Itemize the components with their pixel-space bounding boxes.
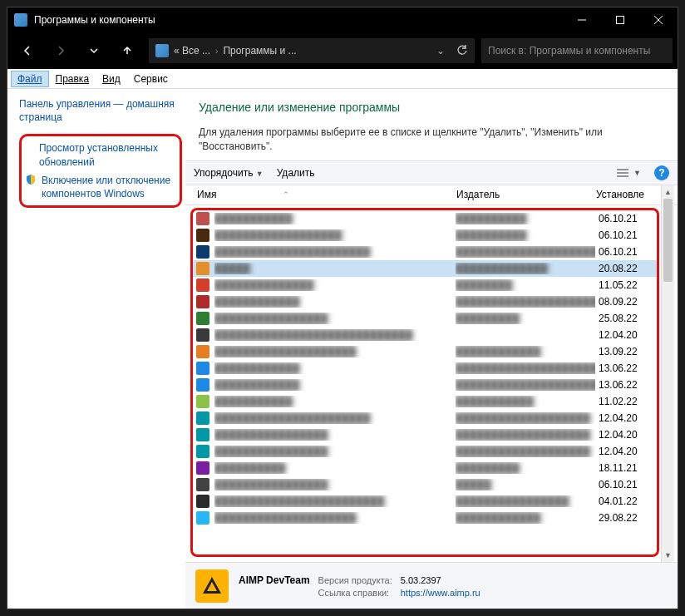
- help-icon[interactable]: ?: [654, 165, 669, 180]
- cell-name: ████████████████████████████: [214, 329, 456, 341]
- cell-publisher: ███████████████████: [456, 446, 595, 457]
- toolbar-uninstall[interactable]: Удалить: [277, 167, 315, 179]
- table-row[interactable]: ███████████████████18.11.21: [193, 460, 657, 476]
- cell-date: 25.08.22: [595, 313, 657, 324]
- col-publisher[interactable]: Издатель: [451, 189, 591, 200]
- page-heading: Удаление или изменение программы: [199, 101, 664, 114]
- refresh-icon[interactable]: [456, 45, 468, 57]
- menu-edit[interactable]: Правка: [49, 71, 96, 87]
- table-row[interactable]: ██████████████████████11.05.22: [193, 277, 657, 293]
- cell-name: ████████████████: [214, 479, 456, 490]
- scroll-thumb[interactable]: [663, 199, 673, 282]
- cell-date: 04.01.22: [595, 495, 657, 507]
- table-row[interactable]: ██████████████████████11.02.22: [193, 393, 657, 410]
- program-icon: [196, 461, 209, 475]
- address-bar[interactable]: « Все ... › Программы и ... ⌄: [149, 38, 475, 63]
- sidebar-link-features[interactable]: Включение или отключение компонентов Win…: [42, 174, 177, 200]
- cell-date: 06.10.21: [595, 229, 657, 241]
- cell-name: ████████████████████: [214, 512, 456, 524]
- cell-publisher: ███████████: [456, 396, 595, 407]
- titlebar: Программы и компоненты: [7, 7, 678, 32]
- table-row[interactable]: █████████████████████06.10.21: [193, 476, 657, 493]
- scroll-up-button[interactable]: ▲: [662, 185, 674, 199]
- table-row[interactable]: ████████████████████████████████29.08.22: [193, 510, 657, 526]
- vertical-scrollbar[interactable]: ▲ ▼: [661, 185, 674, 562]
- program-icon: [196, 362, 209, 375]
- table-row[interactable]: ████████████████████████████12.04.20: [193, 327, 657, 343]
- help-link-label: Ссылка справки:: [318, 588, 392, 598]
- menu-file[interactable]: Файл: [11, 71, 49, 87]
- cell-date: 13.09.22: [595, 346, 657, 357]
- table-row[interactable]: ███████████████████████████████████████0…: [193, 293, 657, 310]
- cell-name: ████████████: [214, 362, 456, 374]
- table-row[interactable]: ████████████████████████████████13.09.22: [193, 343, 657, 360]
- program-icon: [196, 295, 209, 308]
- cell-publisher: ██████████████████████: [456, 379, 595, 391]
- nav-back-button[interactable]: [12, 38, 42, 63]
- table-row[interactable]: ████████████████████████████████████████…: [193, 410, 657, 426]
- col-name[interactable]: Имя⌃: [192, 189, 451, 200]
- cell-publisher: ███████████████████: [456, 429, 595, 441]
- program-icon: [196, 445, 209, 458]
- cell-date: 13.06.22: [595, 379, 657, 391]
- close-button[interactable]: [639, 7, 678, 32]
- table-header: Имя⌃ Издатель Установле: [185, 185, 678, 205]
- cell-date: 06.10.21: [595, 479, 657, 490]
- app-icon: [14, 13, 27, 27]
- program-icon: [196, 378, 209, 392]
- program-icon: [196, 478, 209, 491]
- chevron-down-icon[interactable]: ⌄: [436, 45, 445, 57]
- cell-date: 08.09.22: [595, 296, 657, 308]
- search-input[interactable]: Поиск в: Программы и компоненты: [481, 38, 673, 63]
- version-label: Версия продукта:: [318, 575, 392, 585]
- table-row[interactable]: ██████████████████20.08.22: [193, 260, 657, 277]
- table-row[interactable]: ███████████████████████████████████12.04…: [193, 426, 657, 443]
- sidebar: Панель управления — домашняя страница Пр…: [7, 89, 185, 609]
- program-icon: [196, 495, 209, 508]
- program-icon: [196, 278, 209, 292]
- cell-publisher: █████████████: [456, 263, 595, 274]
- scroll-down-button[interactable]: ▼: [662, 549, 674, 562]
- cell-publisher: ████████████: [456, 346, 595, 357]
- nav-forward-button[interactable]: [46, 38, 76, 63]
- content-area: Панель управления — домашняя страница Пр…: [7, 89, 678, 609]
- sidebar-link-home[interactable]: Панель управления — домашняя страница: [19, 97, 182, 124]
- toolbar-organize[interactable]: Упорядочить ▼: [194, 167, 264, 179]
- table-row[interactable]: ███████████████████████████████████12.04…: [193, 443, 657, 460]
- table-row[interactable]: █████████████████████████25.08.22: [193, 310, 657, 327]
- table-row[interactable]: ████████████████████████████████████████…: [193, 493, 657, 510]
- cell-name: ████████████████████████: [214, 495, 456, 507]
- table-row[interactable]: ██████████████████████████████████13.06.…: [193, 360, 657, 377]
- minimize-button[interactable]: [563, 7, 601, 32]
- cell-date: 06.10.21: [595, 213, 657, 224]
- cell-name: █████: [214, 263, 456, 274]
- navbar: « Все ... › Программы и ... ⌄ Поиск в: П…: [7, 32, 678, 69]
- program-icon: [196, 245, 209, 259]
- cell-name: ████████████████: [214, 446, 456, 457]
- sidebar-highlight-group: Просмотр установленных обновлений Включе…: [19, 134, 182, 208]
- nav-up-button[interactable]: [112, 38, 142, 63]
- breadcrumb-part[interactable]: « Все ...: [174, 45, 210, 57]
- sidebar-link-updates[interactable]: Просмотр установленных обновлений: [39, 141, 177, 168]
- program-table: Имя⌃ Издатель Установле ████████████████…: [185, 185, 678, 562]
- table-row[interactable]: ████████████████████████████06.10.21: [193, 227, 657, 244]
- maximize-button[interactable]: [601, 7, 639, 32]
- cell-name: ██████████████████████: [214, 246, 456, 258]
- publisher-logo: [195, 569, 229, 603]
- menu-view[interactable]: Вид: [96, 71, 127, 87]
- table-row[interactable]: █████████████████████06.10.21: [193, 210, 657, 227]
- window-controls: [563, 7, 678, 32]
- table-row[interactable]: ████████████████████████████████████████…: [193, 244, 657, 260]
- help-link[interactable]: https://www.aimp.ru: [401, 588, 480, 598]
- menubar: Файл Правка Вид Сервис: [7, 69, 678, 89]
- cell-publisher: ████████████████: [456, 495, 595, 507]
- view-options[interactable]: ▼: [617, 168, 641, 178]
- table-row[interactable]: ██████████████████████████████████13.06.…: [193, 377, 657, 393]
- nav-recent-button[interactable]: [79, 38, 109, 63]
- cell-publisher: ███████████████████: [456, 412, 595, 424]
- page-description: Для удаления программы выберите ее в спи…: [199, 126, 664, 154]
- breadcrumb-part[interactable]: Программы и ...: [223, 45, 296, 57]
- cell-publisher: ██████████████████████: [456, 362, 595, 374]
- cell-name: ██████████: [214, 462, 456, 474]
- menu-service[interactable]: Сервис: [127, 71, 175, 87]
